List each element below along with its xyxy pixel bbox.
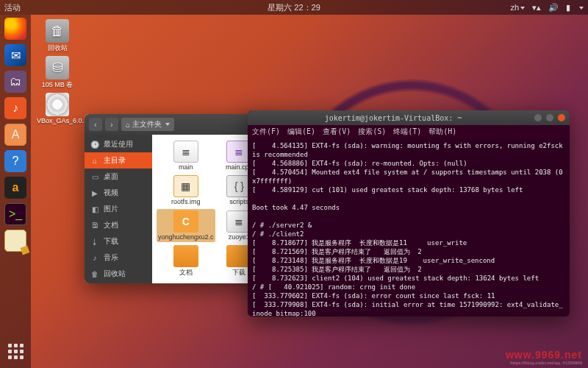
img-icon: ▦ [173,175,198,197]
sidebar-item-最近使用[interactable]: 🕑最近使用 [85,136,152,152]
menu-item[interactable]: 文件(F) [252,127,280,137]
sidebar-icon: ♪ [90,254,99,262]
clock[interactable]: 星期六 22：29 [268,2,320,13]
sidebar-item-label: 回收站 [104,269,126,279]
top-bar: 活动 星期六 22：29 zh ▾▴ 🔊 ▮ [0,0,588,15]
sidebar-icon: ▭ [90,173,99,181]
path-bar[interactable]: ⌂ 主文件夹 [121,118,174,131]
dock-firefox[interactable] [4,18,26,40]
forward-button[interactable]: › [105,118,118,131]
sidebar-icon: ◧ [90,205,99,213]
sidebar-item-文档[interactable]: 🖺文档 [85,217,152,233]
dock-software[interactable]: A [4,124,26,146]
sidebar-item-音乐[interactable]: ♪音乐 [85,250,152,266]
desktop-volume[interactable]: ⛁ 105 MB 卷 [37,56,78,90]
file-item[interactable]: ▦rootfs.img [157,174,215,207]
sidebar-item-图片[interactable]: ◧图片 [85,201,152,217]
menu-item[interactable]: 搜索(S) [358,127,386,137]
window-title: jokertim@jokertim-VirtualBox: ~ [252,114,534,122]
sidebar-item-回收站[interactable]: 🗑回收站 [85,266,152,282]
dock-help[interactable]: ? [4,150,26,172]
files-window: ‹ › ⌂ 主文件夹 🕑最近使用⌂主目录▭桌面▶视频◧图片🖺文档⭳下载♪音乐🗑回… [85,114,265,283]
activities-button[interactable]: 活动 [4,2,21,13]
sidebar-icon: 🖺 [90,222,99,230]
sidebar-icon: 🗑 [90,270,99,278]
watermark: www.9969.net https://blog.csdn.net/qq_41… [506,349,582,365]
sidebar-item-桌面[interactable]: ▭桌面 [85,169,152,185]
terminal-window: jokertim@jokertim-VirtualBox: ~ 文件(F)编辑(… [248,110,570,316]
file-label: yonghuchengxu2.c [158,233,214,241]
desktop-trash[interactable]: 🗑 回收站 [37,19,78,53]
sidebar-icon: ⌂ [90,157,99,165]
sidebar-item-下载[interactable]: ⭳下载 [85,233,152,250]
sidebar-item-label: 文档 [104,220,118,230]
file-item[interactable]: Cyonghuchengxu2.c [157,209,215,242]
sidebar-icon: ▶ [90,189,99,197]
files-sidebar: 🕑最近使用⌂主目录▭桌面▶视频◧图片🖺文档⭳下载♪音乐🗑回收站○VBox_GA…… [85,135,152,283]
sidebar-item-label: 最近使用 [104,139,133,149]
sidebar-icon: 🕑 [90,141,99,149]
sidebar-item-label: 主目录 [104,155,126,166]
sidebar-item-VBox_GA…[interactable]: ○VBox_GA…⏏ [85,282,152,283]
file-item[interactable]: ≣main [157,139,215,172]
sidebar-item-label: 图片 [104,204,118,214]
terminal-titlebar[interactable]: jokertim@jokertim-VirtualBox: ~ [248,110,570,125]
network-icon[interactable]: ▾▴ [532,3,541,13]
dock-amazon[interactable]: a [4,177,26,199]
file-label: main [158,163,214,171]
desktop-icons: 🗑 回收站 ⛁ 105 MB 卷 VBox_GAs_6.0.12 [37,19,78,124]
minimize-button[interactable] [534,114,542,121]
sidebar-item-视频[interactable]: ▶视频 [85,185,152,201]
terminal-output[interactable]: [ 4.564135] EXT4-fs (sda): warning: moun… [248,138,570,316]
sidebar-item-label: 视频 [104,188,118,198]
dock-text-editor[interactable] [4,230,26,252]
dock: ✉ 🗂 ♪ A ? a >_ [0,15,31,368]
file-label: rootfs.img [158,198,214,205]
menu-item[interactable]: 终端(T) [393,127,421,137]
volume-icon[interactable]: 🔊 [548,3,559,13]
menu-item[interactable]: 编辑(E) [287,127,315,137]
input-lang[interactable]: zh [510,3,525,12]
show-applications-button[interactable] [4,340,26,362]
sidebar-item-label: 桌面 [104,171,118,182]
cd-icon [46,93,69,116]
sidebar-item-label: 音乐 [104,252,118,263]
home-icon: ⌂ [126,121,130,129]
terminal-menubar: 文件(F)编辑(E)查看(V)搜索(S)终端(T)帮助(H) [248,125,570,138]
folder-icon [173,245,198,267]
file-label: 文档 [158,268,214,277]
close-button[interactable] [558,114,565,121]
file-item[interactable]: 文档 [157,244,215,279]
sidebar-item-主目录[interactable]: ⌂主目录 [85,152,152,169]
disk-icon: ⛁ [46,56,69,79]
c-icon: C [173,210,198,233]
back-button[interactable]: ‹ [89,118,102,131]
dock-terminal[interactable]: >_ [4,203,26,225]
battery-icon[interactable]: ▮ [566,3,570,13]
sidebar-item-label: 下载 [104,236,118,247]
files-headerbar: ‹ › ⌂ 主文件夹 [85,114,265,135]
system-menu-icon[interactable] [578,3,584,12]
trash-icon: 🗑 [46,19,69,43]
dock-files[interactable]: 🗂 [4,71,26,93]
desktop-label: 105 MB 卷 [37,80,78,90]
desktop-cd[interactable]: VBox_GAs_6.0.12 [37,93,78,124]
menu-item[interactable]: 帮助(H) [429,127,456,137]
dock-rhythmbox[interactable]: ♪ [4,97,26,119]
menu-item[interactable]: 查看(V) [323,127,351,137]
doc-icon: ≣ [173,141,198,163]
path-label: 主文件夹 [132,119,162,130]
dock-thunderbird[interactable]: ✉ [4,44,26,66]
desktop-label: VBox_GAs_6.0.12 [37,117,78,124]
desktop-label: 回收站 [37,43,78,53]
maximize-button[interactable] [546,114,553,121]
chevron-down-icon [165,123,170,126]
sidebar-icon: ⭳ [90,238,99,246]
